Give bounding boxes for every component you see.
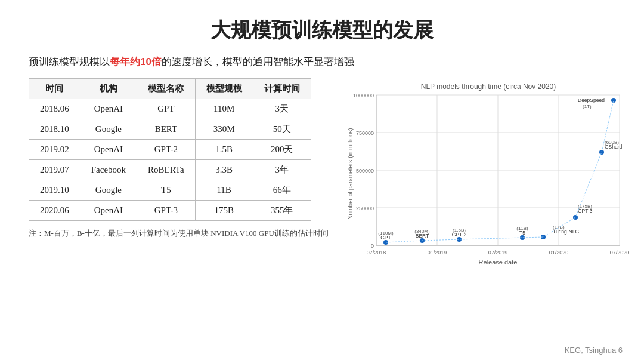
subtitle: 预训练模型规模以每年约10倍的速度增长，模型的通用智能水平显著增强 [29, 55, 615, 69]
table-row: 2018.06OpenAIGPT110M3天 [29, 99, 311, 119]
subtitle-prefix: 预训练模型规模以 [29, 56, 110, 67]
table-cell-2-1: OpenAI [80, 140, 137, 160]
table-cell-0-2: GPT [137, 99, 196, 119]
svg-text:Release date: Release date [478, 259, 517, 266]
table-row: 2020.06OpenAIGPT-3175B355年 [29, 201, 311, 221]
table-cell-4-1: Google [80, 180, 137, 201]
footnote: 注：M-百万，B-十亿，最后一列计算时间为使用单块 NVIDIA V100 GP… [29, 228, 329, 239]
svg-text:Number of parameters (in milli: Number of parameters (in millions) [347, 128, 354, 219]
chart-container: NLP models through time (circa Nov 2020)… [345, 78, 631, 281]
svg-text:01/2019: 01/2019 [428, 250, 447, 256]
svg-text:750000: 750000 [356, 130, 374, 136]
table-cell-5-4: 355年 [253, 201, 311, 221]
table-cell-2-0: 2019.02 [29, 140, 80, 160]
table-header-row: 时间 机构 模型名称 模型规模 计算时间 [29, 79, 311, 99]
table-cell-1-1: Google [80, 119, 137, 140]
svg-text:(11B): (11B) [516, 226, 528, 231]
table-cell-3-4: 3年 [253, 160, 311, 180]
svg-point-42 [599, 150, 604, 155]
svg-text:250000: 250000 [356, 205, 374, 211]
table-cell-4-4: 66年 [253, 180, 311, 201]
svg-text:07/2018: 07/2018 [367, 250, 386, 256]
svg-text:(110M): (110M) [378, 230, 394, 236]
table-cell-3-0: 2019.07 [29, 160, 80, 180]
table-cell-0-3: 110M [195, 99, 253, 119]
chart-svg: NLP models through time (circa Nov 2020)… [345, 78, 631, 281]
table-cell-5-0: 2020.06 [29, 201, 80, 221]
table-cell-3-2: RoBERTa [137, 160, 196, 180]
col-header-model: 模型名称 [137, 79, 196, 99]
svg-text:(600B): (600B) [605, 140, 619, 145]
svg-text:01/2020: 01/2020 [549, 250, 569, 256]
svg-point-45 [611, 98, 616, 103]
table-row: 2019.10GoogleT511B66年 [29, 180, 311, 201]
table-row: 2019.07FacebookRoBERTa3.3B3年 [29, 160, 311, 180]
table-cell-2-4: 200天 [253, 140, 311, 160]
svg-text:07/2020: 07/2020 [610, 250, 630, 256]
table-cell-2-3: 1.5B [195, 140, 253, 160]
table-cell-4-2: T5 [137, 180, 196, 201]
table-cell-3-3: 3.3B [195, 160, 253, 180]
svg-text:07/2019: 07/2019 [488, 250, 508, 256]
svg-text:(340M): (340M) [414, 229, 430, 234]
chart-section: NLP models through time (circa Nov 2020)… [345, 78, 631, 281]
col-header-time: 时间 [29, 79, 80, 99]
svg-text:NLP models through time (circa: NLP models through time (circa Nov 2020) [421, 82, 556, 91]
svg-text:500000: 500000 [356, 168, 374, 174]
table-cell-5-2: GPT-3 [137, 201, 196, 221]
table-cell-1-3: 330M [195, 119, 253, 140]
col-header-size: 模型规模 [195, 79, 253, 99]
table-section: 时间 机构 模型名称 模型规模 计算时间 2018.06OpenAIGPT110… [29, 78, 329, 239]
data-table: 时间 机构 模型名称 模型规模 计算时间 2018.06OpenAIGPT110… [29, 78, 311, 221]
table-cell-0-4: 3天 [253, 99, 311, 119]
table-row: 2018.10GoogleBERT330M50天 [29, 119, 311, 140]
svg-text:DeepSpeed: DeepSpeed [578, 97, 605, 103]
table-row: 2019.02OpenAIGPT-21.5B200天 [29, 140, 311, 160]
svg-text:(1.5B): (1.5B) [453, 227, 466, 233]
subtitle-suffix: 的速度增长，模型的通用智能水平显著增强 [162, 56, 354, 67]
svg-text:1000000: 1000000 [353, 93, 374, 99]
table-cell-5-1: OpenAI [80, 201, 137, 221]
subtitle-highlight: 每年约10倍 [110, 56, 162, 67]
table-cell-1-4: 50天 [253, 119, 311, 140]
table-cell-4-0: 2019.10 [29, 180, 80, 201]
content-row: 时间 机构 模型名称 模型规模 计算时间 2018.06OpenAIGPT110… [29, 78, 615, 281]
table-cell-0-1: OpenAI [80, 99, 137, 119]
col-header-org: 机构 [80, 79, 137, 99]
footer: KEG, Tsinghua 6 [565, 346, 623, 355]
col-header-compute: 计算时间 [253, 79, 311, 99]
table-cell-5-3: 175B [195, 201, 253, 221]
table-cell-4-3: 11B [195, 180, 253, 201]
table-cell-1-0: 2018.10 [29, 119, 80, 140]
svg-text:0: 0 [371, 243, 374, 249]
page-title: 大规模预训练模型的发展 [29, 17, 615, 44]
table-cell-1-2: BERT [137, 119, 196, 140]
svg-text:(1T): (1T) [583, 104, 592, 109]
slide: 大规模预训练模型的发展 预训练模型规模以每年约10倍的速度增长，模型的通用智能水… [0, 0, 644, 363]
table-cell-0-0: 2018.06 [29, 99, 80, 119]
table-cell-2-2: GPT-2 [137, 140, 196, 160]
table-cell-3-1: Facebook [80, 160, 137, 180]
